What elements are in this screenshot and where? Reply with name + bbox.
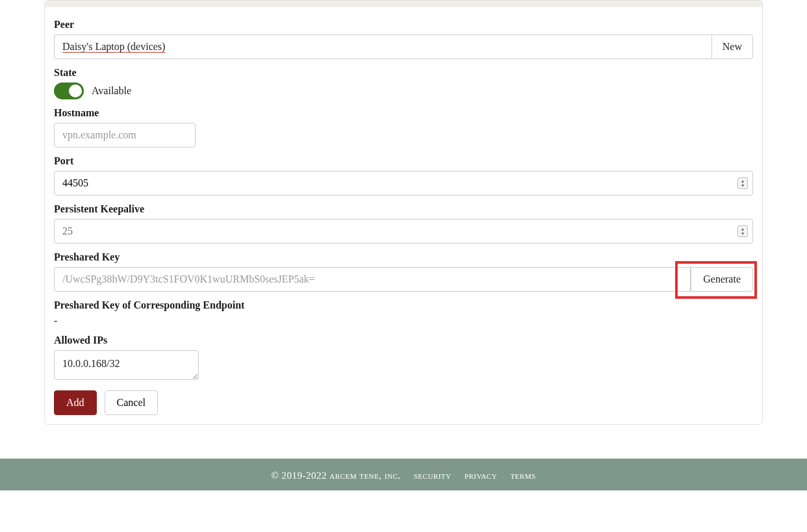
peer-input[interactable] [54,34,711,59]
cancel-button[interactable]: Cancel [105,390,158,415]
toggle-knob [69,84,82,97]
allowed-ips-input[interactable] [54,350,199,380]
port-stepper[interactable]: ▴▾ [737,177,748,189]
psk-label: Preshared Key [54,251,753,263]
keepalive-input[interactable] [54,219,753,244]
state-text: Available [92,85,131,97]
psk-input[interactable] [54,267,691,292]
psk-corr-value: - [54,315,753,327]
footer: © 2019-2022 arcem tene, inc. security pr… [0,459,807,490]
add-button[interactable]: Add [54,390,97,415]
state-label: State [54,67,753,79]
form-card: Peer New State Available Hostname [44,0,763,425]
hostname-input[interactable] [54,123,196,147]
footer-link-security[interactable]: security [414,470,452,481]
keepalive-label: Persistent Keepalive [54,203,753,215]
psk-corr-label: Preshared Key of Corresponding Endpoint [54,299,753,311]
port-input[interactable] [54,171,753,196]
new-peer-button[interactable]: New [711,34,753,59]
keepalive-stepper[interactable]: ▴▾ [737,225,748,237]
copyright: © 2019-2022 arcem tene, inc. [271,470,400,481]
footer-link-privacy[interactable]: privacy [465,470,497,481]
card-header-bar [45,1,762,7]
port-label: Port [54,155,753,167]
footer-link-terms[interactable]: terms [510,470,535,481]
hostname-label: Hostname [54,107,753,119]
allowed-ips-label: Allowed IPs [54,335,753,346]
generate-button[interactable]: Generate [691,267,753,292]
peer-label: Peer [54,19,753,31]
state-toggle[interactable] [54,82,84,99]
